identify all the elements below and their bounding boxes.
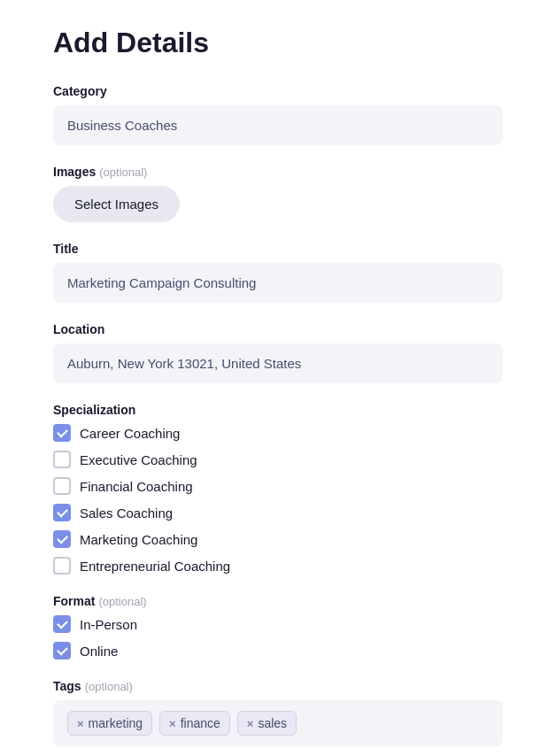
checkbox-label-executive: Executive Coaching	[80, 452, 197, 467]
checkbox-box-financial[interactable]	[53, 477, 71, 495]
checkbox-box-format-online[interactable]	[53, 642, 71, 660]
location-label: Location	[53, 322, 503, 336]
tag-label: sales	[258, 716, 287, 730]
page-title: Add Details	[53, 27, 503, 59]
tag-marketing[interactable]: ×marketing	[67, 711, 152, 736]
location-input[interactable]	[53, 343, 503, 383]
specialization-item-executive[interactable]: Executive Coaching	[53, 451, 503, 468]
tag-remove-icon[interactable]: ×	[77, 717, 84, 730]
tag-label: finance	[181, 716, 220, 730]
checkbox-box-career[interactable]	[53, 424, 71, 442]
tag-sales[interactable]: ×sales	[237, 711, 297, 736]
checkbox-box-sales[interactable]	[53, 504, 71, 521]
checkbox-label-entrepreneurial: Entrepreneurial Coaching	[80, 559, 230, 574]
category-input[interactable]	[53, 105, 503, 145]
checkbox-box-executive[interactable]	[53, 451, 71, 468]
checkbox-box-entrepreneurial[interactable]	[53, 557, 71, 575]
location-field: Location	[53, 322, 503, 383]
images-label: Images(optional)	[53, 165, 503, 179]
format-item-online[interactable]: Online	[53, 642, 503, 660]
checkbox-label-sales: Sales Coaching	[80, 505, 173, 521]
checkbox-box-format-inperson[interactable]	[53, 615, 71, 633]
tag-finance[interactable]: ×finance	[159, 711, 230, 736]
tag-label: marketing	[89, 716, 143, 730]
tags-field: Tags(optional) ×marketing×finance×sales	[53, 679, 503, 746]
format-item-inperson[interactable]: In-Person	[53, 615, 503, 633]
tag-remove-icon[interactable]: ×	[247, 717, 254, 730]
category-label: Category	[53, 84, 503, 98]
specialization-label: Specialization	[53, 403, 503, 417]
specialization-item-career[interactable]: Career Coaching	[53, 424, 503, 442]
title-label: Title	[53, 242, 503, 256]
tag-remove-icon[interactable]: ×	[169, 717, 176, 730]
tags-label: Tags(optional)	[53, 679, 503, 693]
specialization-field: Specialization Career CoachingExecutive …	[53, 403, 503, 575]
format-label-inperson: In-Person	[80, 617, 137, 632]
title-input[interactable]	[53, 263, 503, 303]
format-list: In-PersonOnline	[53, 615, 503, 660]
format-field: Format(optional) In-PersonOnline	[53, 594, 503, 660]
tags-container[interactable]: ×marketing×finance×sales	[53, 700, 503, 746]
select-images-button[interactable]: Select Images	[53, 186, 180, 222]
title-field: Title	[53, 242, 503, 303]
checkbox-box-marketing[interactable]	[53, 530, 71, 548]
format-label-online: Online	[80, 644, 118, 659]
category-field: Category	[53, 84, 503, 145]
images-field: Images(optional) Select Images	[53, 165, 503, 222]
specialization-list: Career CoachingExecutive CoachingFinanci…	[53, 424, 503, 575]
format-label: Format(optional)	[53, 594, 503, 608]
checkbox-label-marketing: Marketing Coaching	[80, 532, 197, 547]
checkbox-label-career: Career Coaching	[80, 426, 180, 441]
specialization-item-sales[interactable]: Sales Coaching	[53, 504, 503, 521]
specialization-item-marketing[interactable]: Marketing Coaching	[53, 530, 503, 548]
specialization-item-entrepreneurial[interactable]: Entrepreneurial Coaching	[53, 557, 503, 575]
checkbox-label-financial: Financial Coaching	[80, 479, 193, 494]
specialization-item-financial[interactable]: Financial Coaching	[53, 477, 503, 495]
